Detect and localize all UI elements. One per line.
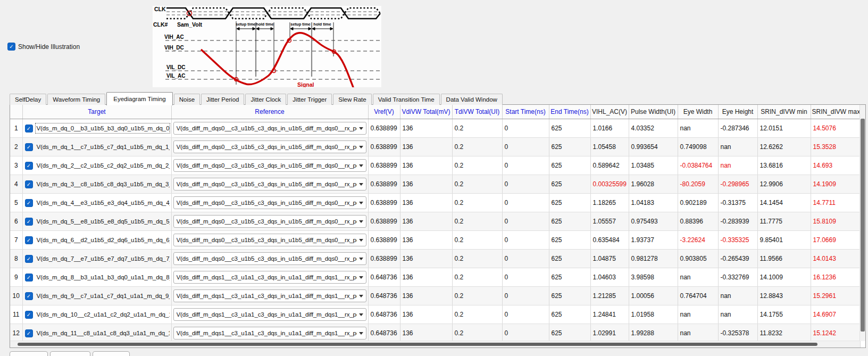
row-checkbox[interactable]: ✓ [25,311,33,319]
cell-vref[interactable]: 0.638899 [368,119,400,138]
cell-vdivw-total[interactable]: 136 [400,138,452,156]
chevron-down-icon[interactable] [359,295,363,297]
row-checkbox[interactable]: ✓ [25,274,33,282]
cell-start-time[interactable]: 0 [502,324,549,343]
cell-vref[interactable]: 0.638899 [368,212,400,231]
row-number[interactable]: 11 [10,305,22,324]
cell-end-time[interactable]: 625 [549,305,590,324]
tab-selfdelay[interactable]: SelfDelay [10,94,46,105]
chevron-down-icon[interactable] [359,258,363,260]
cell-tdivw-total[interactable]: 0.2 [452,194,502,212]
row-checkbox[interactable]: ✓ [25,143,33,151]
cell-end-time[interactable]: 625 [549,212,590,231]
row-checkbox[interactable]: ✓ [25,180,33,188]
cell-end-time[interactable]: 625 [549,175,590,194]
row-number[interactable]: 6 [10,212,22,231]
reference-dropdown[interactable]: V(ds_diff_m_dqs0__c3_u1b5_c3_dqs_in_u1b5… [173,215,366,228]
cell-vref[interactable]: 0.648736 [368,268,400,287]
reference-dropdown[interactable]: V(ds_diff_m_dqs0__c3_u1b5_c3_dqs_in_u1b5… [173,196,366,209]
reference-dropdown[interactable]: V(ds_diff_m_dqs0__c3_u1b5_c3_dqs_in_u1b5… [173,159,366,172]
chevron-down-icon[interactable] [359,146,363,148]
horizontal-scrollbar-thumb[interactable] [18,343,817,346]
chevron-down-icon[interactable] [359,313,363,316]
chevron-down-icon[interactable] [359,183,363,186]
cell-vdivw-total[interactable]: 136 [400,305,452,324]
reference-dropdown[interactable]: V(ds_diff_m_dqs1__c3_u1a1_c3_dqs_in_u1a1… [173,308,366,321]
cell-tdivw-total[interactable]: 0.2 [452,156,502,175]
cell-start-time[interactable]: 0 [502,231,549,250]
cell-start-time[interactable]: 0 [502,212,549,231]
reference-dropdown[interactable]: V(ds_diff_m_dqs0__c3_u1b5_c3_dqs_in_u1b5… [173,178,366,191]
cell-end-time[interactable]: 625 [549,138,590,156]
cell-vref[interactable]: 0.638899 [368,175,400,194]
tab-slew-rate[interactable]: Slew Rate [333,94,371,105]
row-checkbox[interactable]: ✓ [25,199,33,207]
reference-dropdown[interactable]: V(ds_diff_m_dqs1__c3_u1a1_c3_dqs_in_u1a1… [173,271,366,284]
reference-dropdown[interactable]: V(ds_diff_m_dqs0__c3_u1b5_c3_dqs_in_u1b5… [173,252,366,265]
cell-vref[interactable]: 0.648736 [368,324,400,343]
target-cell[interactable]: V(ds_m_dq_4__e3_u1b5_e3_dq4_u1b5_m_dq_4_… [35,197,170,208]
cell-vdivw-total[interactable]: 136 [400,287,452,305]
cell-tdivw-total[interactable]: 0.2 [452,268,502,287]
row-number[interactable]: 8 [10,250,22,268]
chevron-down-icon[interactable] [359,220,363,223]
cell-start-time[interactable]: 0 [502,268,549,287]
chevron-down-icon[interactable] [359,332,363,335]
row-number[interactable]: 2 [10,138,22,156]
reference-dropdown[interactable]: V(ds_diff_m_dqs0__c3_u1b5_c3_dqs_in_u1b5… [173,122,366,135]
cell-vref[interactable]: 0.648736 [368,287,400,305]
target-cell[interactable]: V(ds_m_dq_3__c8_u1b5_c8_dq3_u1b5_m_dq_3_… [35,179,170,189]
bottom-button-3[interactable] [93,351,130,356]
target-cell[interactable]: V(ds_m_dq_1__c7_u1b5_c7_dq1_u1b5_m_dq_1_… [35,142,170,152]
target-cell[interactable]: V(ds_m_dq_2__c2_u1b5_c2_dq2_u1b5_m_dq_2_… [35,160,170,171]
show-hide-illustration-checkbox[interactable]: ✓ [7,43,15,51]
reference-dropdown[interactable]: V(ds_diff_m_dqs0__c3_u1b5_c3_dqs_in_u1b5… [173,234,366,246]
tab-valid-transition-time[interactable]: Valid Transition Time [373,94,440,105]
cell-tdivw-total[interactable]: 0.2 [452,305,502,324]
cell-end-time[interactable]: 625 [549,287,590,305]
cell-tdivw-total[interactable]: 0.2 [452,231,502,250]
row-number[interactable]: 4 [10,175,22,194]
cell-vref[interactable]: 0.648736 [368,305,400,324]
cell-vdivw-total[interactable]: 136 [400,156,452,175]
chevron-down-icon[interactable] [359,202,363,204]
row-checkbox[interactable]: ✓ [25,218,33,226]
cell-end-time[interactable]: 625 [549,119,590,138]
chevron-down-icon[interactable] [359,239,363,242]
cell-vref[interactable]: 0.638899 [368,194,400,212]
tab-eyediagram-timing[interactable]: Eyediagram Timing [106,92,172,105]
cell-start-time[interactable]: 0 [502,250,549,268]
vertical-scrollbar[interactable] [859,105,865,341]
row-checkbox[interactable]: ✓ [25,329,33,337]
chevron-down-icon[interactable] [359,127,363,130]
row-number[interactable]: 1 [10,119,22,138]
cell-start-time[interactable]: 0 [502,287,549,305]
chevron-down-icon[interactable] [359,276,363,279]
cell-end-time[interactable]: 625 [549,231,590,250]
cell-start-time[interactable]: 0 [502,119,549,138]
cell-end-time[interactable]: 625 [549,194,590,212]
target-cell[interactable]: V(ds_m_dq_7__e7_u1b5_e7_dq7_u1b5_m_dq_7_… [35,253,170,264]
reference-dropdown[interactable]: V(ds_diff_m_dqs1__c3_u1a1_c3_dqs_in_u1a1… [173,327,366,340]
vertical-scrollbar-thumb[interactable] [861,119,865,332]
horizontal-scrollbar[interactable] [10,341,860,347]
cell-start-time[interactable]: 0 [502,138,549,156]
cell-tdivw-total[interactable]: 0.2 [452,138,502,156]
target-cell[interactable]: V(ds_m_dq_11__c8_u1a1_c8_dq3_u1a1_m_dq_1… [35,328,170,338]
cell-vdivw-total[interactable]: 136 [400,212,452,231]
cell-end-time[interactable]: 625 [549,156,590,175]
row-number[interactable]: 9 [10,268,22,287]
row-number[interactable]: 12 [10,324,22,343]
target-cell[interactable]: V(ds_m_dq_0__b3_u1b5_b3_dq0_u1b5_m_dq_0_… [35,123,170,134]
cell-start-time[interactable]: 0 [502,194,549,212]
cell-vdivw-total[interactable]: 136 [400,119,452,138]
target-cell[interactable]: V(ds_m_dq_8__b3_u1a1_b3_dq0_u1a1_m_dq_8_… [35,272,170,283]
tab-jitter-clock[interactable]: Jitter Clock [245,94,286,105]
row-checkbox[interactable]: ✓ [25,236,33,244]
row-checkbox[interactable]: ✓ [25,292,33,300]
cell-tdivw-total[interactable]: 0.2 [452,287,502,305]
target-cell[interactable]: V(ds_m_dq_5__e8_u1b5_e8_dq5_u1b5_m_dq_5_… [35,216,170,227]
tab-jitter-trigger[interactable]: Jitter Trigger [287,94,332,105]
target-cell[interactable]: V(ds_m_dq_10__c2_u1a1_c2_dq2_u1a1_m_dq_1… [35,309,170,320]
row-number[interactable]: 3 [10,156,22,175]
